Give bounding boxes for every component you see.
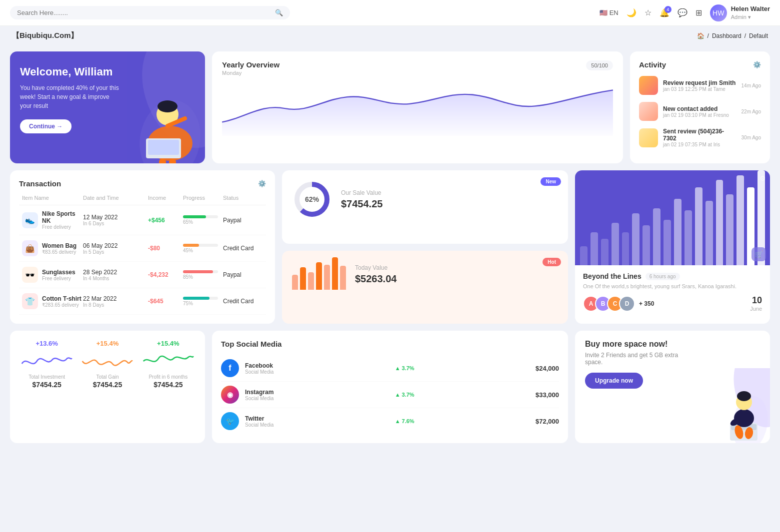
beyond-cart-icon[interactable]: 🛒 — [752, 247, 766, 261]
activity-settings-icon[interactable]: ⚙️ — [753, 61, 761, 68]
star-icon[interactable]: ☆ — [644, 8, 652, 17]
trend-card: +13.6% Total Investment $7454.25 +15.4% … — [10, 331, 205, 443]
beyond-settings-icon[interactable]: ⚙ — [760, 174, 766, 182]
arrow-up-icon: ▲ — [395, 392, 400, 398]
bar-mini-chart — [292, 260, 346, 290]
table-row: 👜 Women Bag ₹83.65 delivery 06 May 2022 … — [19, 235, 266, 262]
beyond-title: Beyond the Lines — [583, 272, 642, 280]
tc-item-1: 👜 Women Bag ₹83.65 delivery — [22, 240, 83, 256]
main-content: Welcome, William You have completed 40% … — [0, 45, 780, 449]
welcome-desc: You have completed 40% of your this week… — [20, 83, 120, 110]
beyond-title-row: Beyond the Lines 6 hours ago — [583, 272, 762, 280]
search-input[interactable] — [17, 9, 271, 16]
beyond-chart: ⚙ 🛒 — [575, 170, 770, 265]
tc-progress-3: 75% — [183, 297, 223, 306]
tc-income-0: +$456 — [148, 217, 183, 224]
activity-header: Activity ⚙️ — [639, 60, 761, 69]
breadcrumb-default: Default — [749, 32, 768, 39]
beyond-month: June — [750, 306, 762, 312]
arrow-up-icon: ▲ — [395, 418, 400, 424]
darkmode-toggle[interactable]: 🌙 — [626, 8, 636, 17]
sale-new-content: 62% Our Sale Value $7454.25 — [292, 179, 558, 219]
user-text: Helen Walter Admin ▾ — [731, 5, 770, 20]
trend-wave-2 — [140, 351, 196, 371]
tc-income-2: -$4,232 — [148, 271, 183, 278]
nav-icons: 🇺🇸 EN 🌙 ☆ 🔔 4 💬 ⊞ HW Helen Walter Admin … — [600, 4, 770, 21]
activity-item-0: Review request jim Smith jan 03 19 12:25… — [639, 76, 761, 95]
sale-hot-label: Today Value — [355, 264, 396, 271]
arrow-up-icon: ▲ — [395, 365, 400, 371]
lang-label: EN — [610, 9, 618, 16]
tc-icon-2: 🕶️ — [22, 267, 38, 283]
activity-text-0: Review request jim Smith jan 03 19 12:25… — [663, 79, 736, 92]
svg-point-16 — [734, 409, 754, 427]
yearly-overview-card: Yearly Overview Monday 50/100 — [212, 51, 623, 163]
beyond-time: 6 hours ago — [646, 273, 680, 280]
sale-column: New 62% Our Sale Value $7454.25 — [282, 170, 568, 324]
sale-hot-value: $5263.04 — [355, 273, 396, 285]
trend-item-0: +13.6% Total Investment $7454.25 — [19, 340, 74, 434]
twitter-icon: 🐦 — [221, 412, 239, 430]
avatar-3: D — [619, 296, 635, 312]
trend-label-0: Total Investment — [28, 374, 65, 380]
tc-item-3: 👕 Cotton T-shirt ₹283.65 delivery — [22, 293, 83, 309]
svg-rect-6 — [148, 140, 179, 155]
activity-text-1: New contact added jan 02 19 03:10 PM at … — [663, 105, 736, 118]
transaction-column-headers: Item Name Date and Time Income Progress … — [19, 195, 266, 205]
col-progress: Progress — [183, 195, 223, 201]
breadcrumb-dashboard[interactable]: Dashboard — [712, 32, 742, 39]
tc-progress-1: 45% — [183, 244, 223, 253]
activity-text-2: Sent review (504)236-7302 jan 02 19 07:3… — [663, 128, 736, 147]
breadcrumb: 🏠 / Dashboard / Default — [697, 32, 768, 39]
social-row-instagram: ◉ Instagram Social Media ▲ 3.7% $33,000 — [221, 382, 559, 408]
topnav: 🔍 🇺🇸 EN 🌙 ☆ 🔔 4 💬 ⊞ HW Helen Walter Admi… — [0, 0, 780, 26]
home-icon[interactable]: 🏠 — [697, 32, 704, 39]
tc-progress-0: 65% — [183, 215, 223, 225]
tc-status-0: Paypal — [223, 217, 263, 224]
chat-icon[interactable]: 💬 — [678, 8, 688, 17]
activity-thumb-2 — [639, 128, 658, 147]
continue-button[interactable]: Continue → — [20, 119, 72, 133]
expand-icon[interactable]: ⊞ — [696, 8, 702, 17]
brand-name: 【Biqubiqu.Com】 — [12, 31, 78, 40]
social-title: Top Social Media — [221, 340, 559, 348]
tc-date-1: 06 May 2022 In 5 Days — [83, 242, 148, 255]
transaction-header: Transaction ⚙️ — [19, 179, 266, 188]
yearly-progress-badge: 50/100 — [586, 60, 613, 70]
beyond-date: 10 June — [750, 295, 762, 312]
donut-label: 62% — [305, 195, 319, 203]
col-status: Status — [223, 195, 263, 201]
space-illustration — [690, 368, 770, 443]
sale-new-badge: New — [540, 177, 561, 186]
trend-value-2: $7454.25 — [154, 381, 182, 389]
trend-item-1: +15.4% Total Gain $7454.25 — [80, 340, 135, 434]
transaction-settings-icon[interactable]: ⚙️ — [258, 180, 266, 187]
instagram-info: Instagram Social Media — [245, 389, 274, 401]
space-title: Buy more space now! — [585, 340, 760, 349]
beyond-day: 10 — [750, 295, 762, 306]
col-income: Income — [148, 195, 183, 201]
sale-new-info: Our Sale Value $7454.25 — [341, 189, 382, 210]
yearly-sub: Monday — [222, 70, 280, 76]
user-profile[interactable]: HW Helen Walter Admin ▾ — [710, 4, 770, 21]
donut-chart: 62% — [292, 179, 332, 219]
language-selector[interactable]: 🇺🇸 EN — [600, 9, 618, 16]
flag-icon: 🇺🇸 — [600, 9, 608, 16]
activity-thumb-1 — [639, 102, 658, 121]
beyond-desc: One Of the world,s brightest, young surf… — [583, 283, 762, 289]
beyond-body: Beyond the Lines 6 hours ago One Of the … — [575, 265, 770, 319]
space-desc: Invite 2 Friends and get 5 GB extra spac… — [585, 352, 685, 366]
notifications-bell[interactable]: 🔔 4 — [660, 8, 670, 17]
search-bar[interactable]: 🔍 — [10, 6, 290, 19]
instagram-amount: $33,000 — [536, 391, 559, 399]
trend-pct-0: +13.6% — [36, 340, 58, 347]
upgrade-button[interactable]: Upgrade now — [585, 373, 643, 389]
tc-item-2: 🕶️ Sunglasses Free delivery — [22, 267, 83, 283]
yearly-chart — [222, 81, 613, 154]
user-name: Helen Walter — [731, 5, 770, 13]
svg-point-4 — [158, 100, 178, 112]
row1: Welcome, William You have completed 40% … — [10, 51, 770, 163]
facebook-growth: ▲ 3.7% — [280, 365, 530, 371]
beyond-card: ⚙ 🛒 Beyond the Lines 6 hours ago One Of … — [575, 170, 770, 324]
tc-income-3: -$645 — [148, 298, 183, 305]
